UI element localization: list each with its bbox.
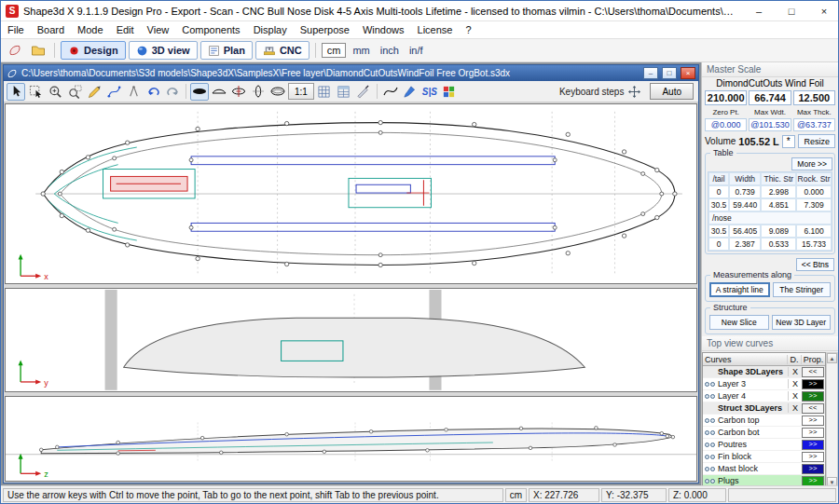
- scroll-down-icon[interactable]: ▼: [827, 477, 837, 485]
- lock-ratio-button[interactable]: *: [782, 135, 795, 148]
- curves-col-header[interactable]: Curves: [703, 355, 787, 364]
- curve-tool-button[interactable]: [104, 83, 123, 101]
- dim-cell[interactable]: 6.100: [796, 225, 832, 238]
- layer-visibility-icon[interactable]: [703, 418, 716, 423]
- outline-view-button[interactable]: [190, 83, 209, 101]
- unit-inf[interactable]: in/f: [406, 45, 427, 56]
- scroll-up-icon[interactable]: ▲: [827, 353, 837, 363]
- max-width-pos-value[interactable]: @101.530: [749, 118, 791, 131]
- menu-item-board[interactable]: Board: [31, 22, 71, 37]
- dim-cell[interactable]: 4.851: [761, 198, 796, 211]
- slice-view-button[interactable]: [249, 83, 268, 101]
- thickness-view-button[interactable]: [229, 83, 248, 101]
- curve-row-struct-3dlayers[interactable]: Struct 3DLayers X <<: [703, 402, 825, 415]
- flow-view-button[interactable]: [268, 83, 287, 101]
- marquee-select-button[interactable]: [26, 83, 45, 101]
- btns-toggle-button[interactable]: << Btns: [796, 258, 834, 271]
- cross-section-canvas[interactable]: y: [6, 289, 696, 391]
- new-3d-layer-button[interactable]: New 3D Layer: [772, 315, 832, 330]
- scale-1-1-button[interactable]: 1:1: [288, 83, 314, 100]
- dim-cell[interactable]: 9.089: [761, 225, 796, 238]
- layer-visibility-icon[interactable]: [703, 443, 716, 447]
- menu-item-help[interactable]: ?: [459, 22, 477, 37]
- doc-maximize-button[interactable]: □: [662, 67, 677, 79]
- more-button[interactable]: More >>: [791, 157, 832, 170]
- menu-item-view[interactable]: View: [141, 22, 176, 37]
- zoom-window-button[interactable]: [65, 83, 84, 101]
- cut-tool-button[interactable]: [354, 83, 373, 101]
- layer-visibility-icon[interactable]: [703, 430, 716, 435]
- prop-button[interactable]: <<: [802, 367, 824, 377]
- cnc-button[interactable]: CNC: [255, 41, 309, 60]
- curve-row-shape-3dlayers[interactable]: Shape 3DLayers X <<: [703, 366, 825, 378]
- symmetry-tool-button[interactable]: S|S: [420, 83, 439, 101]
- max-thickness-pos-value[interactable]: @63.737: [793, 118, 835, 131]
- dim-cell[interactable]: 7.309: [796, 198, 832, 211]
- 3d-view-button[interactable]: 3D view: [129, 41, 198, 60]
- keyboard-step-button[interactable]: [625, 83, 643, 101]
- redo-button[interactable]: [163, 83, 182, 101]
- layer-visibility-icon[interactable]: [703, 382, 716, 387]
- menu-item-display[interactable]: Display: [247, 22, 294, 37]
- menu-item-windows[interactable]: Windows: [356, 22, 411, 37]
- resize-button[interactable]: Resize: [798, 134, 835, 148]
- unit-inch[interactable]: inch: [377, 45, 403, 56]
- design-mode-button[interactable]: Design: [61, 41, 126, 60]
- profile-shape[interactable]: [41, 429, 673, 454]
- unit-cm[interactable]: cm: [322, 43, 347, 58]
- pencil-tool-button[interactable]: [85, 83, 103, 101]
- dim-cell[interactable]: 0: [708, 238, 729, 251]
- top-view-canvas[interactable]: x: [6, 104, 696, 283]
- zoom-in-button[interactable]: [46, 83, 64, 101]
- zero-pt-value[interactable]: @0.000: [705, 118, 747, 131]
- width-value[interactable]: 66.744: [749, 90, 791, 105]
- menu-item-components[interactable]: Components: [175, 22, 246, 37]
- length-value[interactable]: 210.000: [705, 90, 747, 105]
- stringer-button[interactable]: The Stringer: [773, 282, 832, 297]
- display-flag[interactable]: X: [788, 391, 802, 401]
- curve-row-poutres[interactable]: Poutres >>: [703, 439, 825, 451]
- maximize-button[interactable]: □: [777, 1, 805, 20]
- document-title-bar[interactable]: C:\Users\thoma\Documents\S3d models\Shap…: [4, 65, 698, 81]
- display-flag[interactable]: X: [788, 403, 802, 413]
- display-col-header[interactable]: D.: [787, 355, 801, 364]
- curve-row-layer-3[interactable]: Layer 3 X >>: [703, 378, 825, 390]
- color-palette-button[interactable]: [440, 83, 459, 101]
- section-shape[interactable]: [124, 318, 585, 377]
- doc-minimize-button[interactable]: –: [643, 67, 658, 79]
- grid-toggle-button[interactable]: [315, 83, 334, 101]
- prop-button[interactable]: >>: [802, 379, 824, 389]
- layer-visibility-icon[interactable]: [703, 467, 716, 471]
- close-button[interactable]: ×: [810, 1, 838, 20]
- auto-button[interactable]: Auto: [650, 83, 694, 100]
- curve-row-carbon-bot[interactable]: Carbon bot >>: [703, 427, 825, 439]
- dim-cell[interactable]: 56.405: [729, 225, 761, 238]
- prop-button[interactable]: >>: [802, 415, 824, 426]
- curvature-toggle-button[interactable]: [381, 83, 400, 101]
- unit-mm[interactable]: mm: [349, 45, 373, 56]
- dim-cell[interactable]: 59.440: [729, 198, 761, 211]
- slice-list-button[interactable]: [335, 83, 353, 101]
- layer-visibility-icon[interactable]: [703, 394, 716, 399]
- new-slice-button[interactable]: New Slice: [709, 315, 769, 330]
- dim-cell[interactable]: 0.000: [796, 185, 832, 198]
- prop-button[interactable]: >>: [802, 428, 824, 438]
- curve-row-plugs[interactable]: Plugs >>: [703, 475, 825, 485]
- dim-cell[interactable]: 2.387: [729, 238, 761, 251]
- prop-button[interactable]: >>: [802, 452, 824, 462]
- select-tool-button[interactable]: [7, 83, 25, 101]
- paint-view-button[interactable]: [401, 83, 420, 101]
- dim-cell[interactable]: 30.5: [708, 225, 729, 238]
- dim-cell[interactable]: 0.739: [729, 185, 761, 198]
- dim-cell[interactable]: 0.533: [761, 238, 796, 251]
- prop-button[interactable]: <<: [802, 403, 824, 414]
- curve-row-fin-block[interactable]: Fin block >>: [703, 451, 825, 463]
- top-view-curves-header[interactable]: Top view curves: [702, 336, 838, 351]
- dim-cell[interactable]: 2.998: [761, 185, 796, 198]
- doc-close-button[interactable]: ×: [681, 67, 695, 79]
- straight-line-button[interactable]: A straight line: [709, 282, 770, 297]
- menu-item-superpose[interactable]: Superpose: [294, 22, 356, 37]
- profile-view-button[interactable]: [210, 83, 228, 101]
- profile-canvas[interactable]: z: [6, 397, 696, 481]
- dim-cell[interactable]: 15.733: [796, 238, 832, 251]
